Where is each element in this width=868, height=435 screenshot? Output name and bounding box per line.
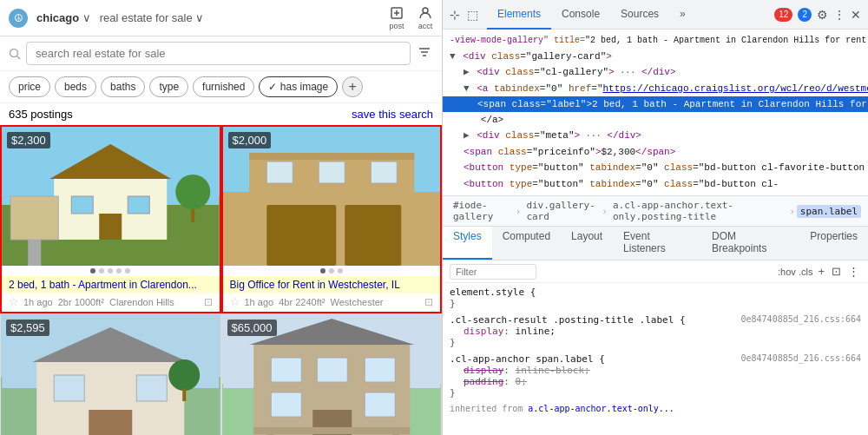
tab-properties[interactable]: Properties: [799, 227, 868, 260]
category-selector[interactable]: real estate for sale ∨: [100, 11, 205, 24]
location-selector[interactable]: chicago ∨: [36, 11, 91, 24]
svg-rect-24: [266, 161, 293, 183]
add-filter-button[interactable]: +: [342, 76, 363, 97]
gallery-card[interactable]: $2,300 2 bed, 1 bath - Apartment in Clar…: [0, 125, 221, 313]
dom-line: <button type="button" tabindex="0" class…: [443, 176, 868, 192]
gallery-card[interactable]: $2,595 ☆: [0, 313, 221, 435]
tab-elements[interactable]: Elements: [487, 0, 551, 30]
selector-path: #iode-gallery › div.gallery-card › a.cl-…: [443, 196, 868, 227]
gallery-card[interactable]: $2,000 Big Office for Rent in Westcheste…: [221, 125, 443, 313]
device-toolbar-icon[interactable]: ⬚: [467, 8, 478, 22]
dom-line: -view-mode-gallery" title="2 bed, 1 bath…: [443, 33, 868, 49]
svg-rect-12: [128, 196, 149, 214]
account-button[interactable]: acct: [418, 5, 433, 30]
gallery-grid: $2,300 2 bed, 1 bath - Apartment in Clar…: [0, 125, 442, 435]
tab-event-listeners[interactable]: Event Listeners: [613, 227, 701, 260]
svg-rect-16: [28, 240, 41, 266]
filter-options-button[interactable]: [416, 44, 433, 63]
card-image-1: $2,300: [2, 127, 220, 266]
search-input[interactable]: [26, 42, 411, 65]
svg-rect-14: [10, 196, 58, 240]
css-rules: element.style { } .cl-search-result .pos…: [443, 283, 868, 435]
svg-rect-26: [371, 161, 397, 183]
svg-rect-13: [99, 214, 122, 240]
dom-line-highlighted: <span class="label">2 bed, 1 bath - Apar…: [443, 96, 868, 112]
dom-line: ▶ <div class="meta"> ··· </div>: [443, 128, 868, 144]
selector-iode-gallery[interactable]: #iode-gallery: [450, 199, 514, 223]
styles-filter-right: :hov .cls + ⊡ ⋮: [778, 263, 861, 280]
svg-rect-41: [271, 358, 301, 382]
furnished-filter[interactable]: furnished: [193, 76, 254, 97]
add-rule-button[interactable]: +: [816, 263, 826, 280]
error-badge: 12: [774, 8, 792, 22]
svg-rect-44: [271, 392, 301, 417]
more-options-button[interactable]: ⋮: [846, 263, 861, 280]
svg-rect-18: [191, 209, 194, 222]
card-image-4: $65,000: [222, 314, 442, 435]
vertical-dots-icon[interactable]: ⋮: [833, 8, 845, 22]
tab-computed[interactable]: Computed: [492, 227, 561, 260]
svg-rect-33: [54, 375, 84, 401]
gallery-card[interactable]: $65,000 ☆: [221, 313, 443, 435]
styles-tabs: Styles Computed Layout Event Listeners D…: [443, 227, 868, 260]
card-dots-2: [223, 266, 441, 276]
close-devtools-icon[interactable]: ✕: [851, 8, 861, 22]
tab-more[interactable]: »: [669, 0, 696, 30]
postings-count: 635 postings: [9, 108, 73, 121]
devtools-right-icons: 12 2 ⚙ ⋮ ✕: [774, 8, 861, 22]
tab-styles[interactable]: Styles: [443, 227, 492, 260]
post-button[interactable]: post: [389, 5, 404, 30]
dom-line: ▶ <div class="cl-gallery"> ··· </div>: [443, 64, 868, 81]
devtools-tabs: Elements Console Sources »: [487, 0, 696, 30]
devtools-inspect-icons: ⊹ ⬚: [450, 8, 478, 22]
svg-point-35: [168, 359, 200, 391]
beds-filter[interactable]: beds: [55, 76, 96, 97]
pseudo-classes-toggle[interactable]: :hov .cls: [778, 267, 812, 277]
svg-rect-32: [89, 410, 132, 435]
svg-point-2: [10, 49, 18, 56]
card-price-3: $2,595: [6, 320, 49, 336]
price-filter[interactable]: price: [9, 76, 50, 97]
dom-line: <span class="priceinfo">$2,300</span>: [443, 144, 868, 160]
css-rule-element-style: element.style { }: [450, 287, 861, 309]
type-filter[interactable]: type: [149, 76, 188, 97]
svg-point-1: [423, 8, 428, 13]
devtools-panel: ⊹ ⬚ Elements Console Sources » 12 2 ⚙ ⋮ …: [443, 0, 868, 435]
css-filter-input[interactable]: [450, 264, 536, 280]
cl-header: ☮ chicago ∨ real estate for sale ∨ post …: [0, 0, 442, 36]
tab-sources[interactable]: Sources: [610, 0, 669, 30]
card-title-2: Big Office for Rent in Westchester, IL: [223, 276, 441, 293]
devtools-topbar: ⊹ ⬚ Elements Console Sources » 12 2 ⚙ ⋮ …: [443, 0, 868, 30]
svg-rect-22: [266, 205, 336, 266]
baths-filter[interactable]: baths: [101, 76, 145, 97]
save-search-link[interactable]: save this search: [352, 108, 433, 121]
card-title-1: 2 bed, 1 bath - Apartment in Clarendon..…: [2, 276, 220, 293]
selector-span-label[interactable]: span.label: [797, 205, 861, 218]
header-icons: post acct: [389, 5, 433, 30]
inspect-element-icon[interactable]: ⊹: [450, 8, 460, 22]
dom-tree[interactable]: -view-mode-gallery" title="2 bed, 1 bath…: [443, 30, 868, 196]
svg-rect-25: [319, 161, 345, 183]
tab-layout[interactable]: Layout: [561, 227, 613, 260]
dom-line: ▼ <div class="gallery-card">: [443, 49, 868, 64]
selector-a-cl-app[interactable]: a.cl-app-anchor.text-only.posting-title: [609, 199, 787, 223]
settings-icon[interactable]: ⚙: [817, 8, 828, 22]
svg-rect-23: [345, 205, 401, 266]
card-meta-1: ☆ 1h ago 2br 1000ft² Clarendon Hills ⊡: [2, 293, 220, 312]
has-image-filter[interactable]: ✓ has image: [259, 76, 338, 97]
favorite-icon-1: ☆: [9, 295, 19, 308]
tab-dom-breakpoints[interactable]: DOM Breakpoints: [701, 227, 799, 260]
svg-rect-42: [317, 358, 347, 382]
svg-line-3: [17, 56, 21, 59]
share-icon-2: ⊡: [424, 296, 433, 308]
selector-div-gallery-card[interactable]: div.gallery-card: [523, 199, 600, 223]
css-rule-3: .cl-app-anchor span.label { 0e84740885d_…: [450, 353, 861, 399]
card-meta-2: ☆ 1h ago 4br 2240ft² Westchester ⊡: [223, 293, 441, 312]
dom-line: </a>: [443, 112, 868, 128]
svg-rect-47: [253, 427, 410, 434]
dom-line: <button type="button" tabindex="0" class…: [443, 160, 868, 176]
favorite-icon-2: ☆: [230, 295, 240, 308]
copy-styles-button[interactable]: ⊡: [830, 263, 843, 280]
css-rule-2: .cl-search-result .posting-title .label …: [450, 314, 861, 348]
tab-console[interactable]: Console: [551, 0, 610, 30]
